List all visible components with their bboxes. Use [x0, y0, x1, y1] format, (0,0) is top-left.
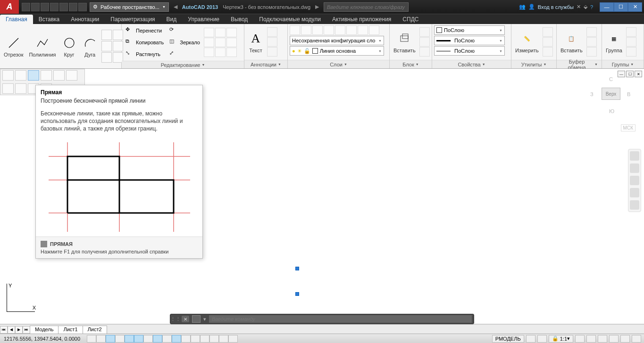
erase-icon[interactable]	[215, 48, 226, 57]
tab-view[interactable]: Вид	[161, 15, 183, 24]
tab-insert[interactable]: Вставка	[33, 15, 66, 24]
id-point-icon[interactable]	[543, 47, 553, 57]
nav-left-icon[interactable]: ◀	[174, 4, 177, 10]
sb-sc-icon[interactable]	[209, 335, 219, 343]
sb-toolbar-icon[interactable]	[598, 335, 607, 343]
tool-rectangle-icon[interactable]	[101, 30, 112, 40]
exchange-icon[interactable]: ✕	[577, 4, 581, 10]
grip-2[interactable]	[295, 292, 299, 296]
tool-stretch[interactable]: ⤡Растянуть	[124, 49, 166, 60]
xline-tool-7-icon[interactable]	[2, 83, 14, 94]
layer-props-icon[interactable]	[290, 25, 300, 35]
nav-wheel-icon[interactable]	[630, 151, 639, 161]
nav-orbit-icon[interactable]	[630, 188, 639, 197]
tool-scale[interactable]: ⤢	[167, 49, 202, 60]
sb-workspace-icon[interactable]	[586, 335, 596, 343]
qat-new-icon[interactable]	[22, 3, 30, 11]
sb-ortho-icon[interactable]	[115, 335, 125, 343]
tool-text[interactable]: AТекст	[246, 30, 265, 54]
viewcube-east[interactable]: В	[627, 91, 630, 97]
xline-tool-1-icon[interactable]	[2, 70, 14, 81]
cmd-handle-icon[interactable]: ⋮⋮	[172, 316, 179, 322]
panel-annotation-title[interactable]: Аннотации▼	[244, 60, 287, 68]
layer-lock-icon[interactable]	[346, 25, 357, 35]
panel-layers-title[interactable]: Слои▼	[288, 60, 389, 68]
sb-am-icon[interactable]	[219, 335, 228, 343]
group-edit-icon[interactable]	[626, 37, 636, 47]
sb-hardware-icon[interactable]	[609, 335, 619, 343]
command-input[interactable]	[209, 315, 472, 323]
layout-next-icon[interactable]: ▶	[15, 326, 23, 334]
sb-3dosnap-icon[interactable]	[143, 335, 153, 343]
sb-lwt-icon[interactable]	[181, 335, 191, 343]
tab-spds[interactable]: СПДС	[397, 15, 424, 24]
copy-clip-icon[interactable]	[586, 37, 597, 47]
block-edit-icon[interactable]	[419, 37, 430, 47]
layer-iso-icon[interactable]	[312, 25, 323, 35]
sb-tr-icon[interactable]	[228, 335, 238, 343]
layout-last-icon[interactable]: ⏭	[23, 326, 30, 334]
tool-arc[interactable]: Дуга	[81, 34, 100, 58]
tab-output[interactable]: Вывод	[225, 15, 253, 24]
viewcube-north[interactable]: С	[609, 76, 613, 82]
tab-sheet1[interactable]: Лист1	[58, 326, 83, 334]
close-button[interactable]: ✕	[628, 2, 642, 12]
nav-zoom-icon[interactable]	[630, 176, 639, 185]
grip-1[interactable]	[295, 267, 299, 270]
search-input[interactable]	[324, 2, 409, 12]
chamfer-icon[interactable]	[204, 38, 214, 47]
tool-polyline[interactable]: Полилиния	[27, 34, 58, 58]
tool-measure[interactable]: 📏Измерить	[513, 30, 541, 54]
extend-icon[interactable]	[215, 28, 226, 37]
sb-otrack-icon[interactable]	[153, 335, 162, 343]
nav-right-icon[interactable]: ▶	[315, 4, 319, 10]
tab-parametric[interactable]: Параметризация	[105, 15, 160, 24]
group-select-icon[interactable]	[626, 47, 636, 57]
layer-prev-icon[interactable]	[369, 25, 379, 35]
layer-off-icon[interactable]	[335, 25, 345, 35]
block-create-icon[interactable]	[419, 27, 430, 37]
layout-prev-icon[interactable]: ◀	[8, 326, 15, 334]
quickcalc-icon[interactable]	[543, 37, 553, 47]
status-coordinates[interactable]: 12176.5556, 13947.5404, 0.0000	[0, 336, 84, 342]
people-icon[interactable]: 👥	[519, 4, 526, 10]
sb-snap-icon[interactable]	[96, 335, 106, 343]
tool-insert-block[interactable]: Вставить	[392, 30, 418, 54]
tool-ellipse-icon[interactable]	[101, 41, 112, 51]
sb-infer-icon[interactable]	[87, 335, 96, 343]
layer-freeze-icon[interactable]	[324, 25, 334, 35]
signin-link[interactable]: Вход в службы	[538, 4, 574, 10]
panel-groups-title[interactable]: Группы▼	[602, 60, 644, 68]
tool-group[interactable]: ▦Группа	[604, 30, 624, 54]
select-all-icon[interactable]	[543, 27, 553, 37]
ungroup-icon[interactable]	[626, 27, 636, 37]
panel-properties-title[interactable]: Свойства▼	[432, 60, 511, 68]
sb-annoscale-icon[interactable]	[575, 335, 585, 343]
table-icon[interactable]	[267, 47, 277, 57]
join-icon[interactable]	[226, 48, 237, 57]
linetype-combo[interactable]: ПоСлою	[434, 46, 505, 56]
tab-plugins[interactable]: Подключаемые модули	[253, 15, 326, 24]
minimize-button[interactable]: —	[600, 2, 614, 12]
panel-utilities-title[interactable]: Утилиты▼	[511, 60, 556, 68]
panel-clipboard-title[interactable]: Буфер обмена▼	[557, 60, 602, 68]
cmd-dropdown-icon[interactable]: ▾	[203, 316, 206, 322]
matchprop-icon[interactable]	[586, 47, 597, 57]
infocenter-icon[interactable]: ⬙	[584, 4, 587, 10]
qat-open-icon[interactable]	[31, 3, 40, 11]
sb-isolate-icon[interactable]	[620, 335, 630, 343]
xline-tool-6-icon[interactable]	[66, 70, 77, 81]
sb-clean-icon[interactable]	[632, 335, 641, 343]
tool-point-icon[interactable]	[101, 52, 112, 63]
tab-manage[interactable]: Управление	[182, 15, 225, 24]
workspace-selector[interactable]: ⚙ Рабочее пространство...	[90, 2, 169, 12]
block-attr-icon[interactable]	[419, 47, 430, 57]
sb-layout-icon[interactable]	[526, 335, 535, 343]
tool-circle[interactable]: Круг	[60, 34, 79, 58]
dim-linear-icon[interactable]	[267, 27, 277, 37]
tab-sheet2[interactable]: Лист2	[83, 326, 107, 334]
panel-block-title[interactable]: Блок▼	[390, 60, 432, 68]
tool-copy[interactable]: ⧉Копировать	[124, 37, 166, 48]
trim-icon[interactable]	[204, 28, 214, 37]
xline-tool-3-icon[interactable]	[28, 70, 39, 81]
